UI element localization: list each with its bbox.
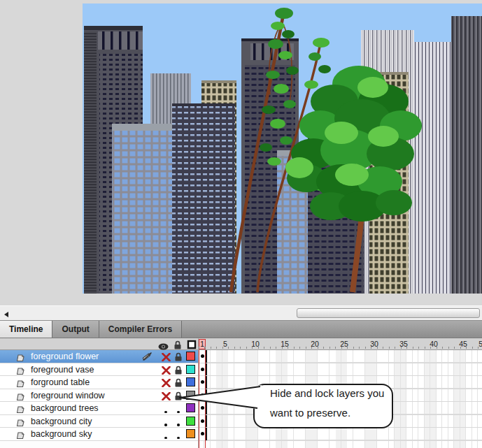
layer-name: forground table <box>31 377 90 387</box>
layer-row-foreground-window[interactable]: foreground window <box>0 389 482 403</box>
layer-row-foreground-flower[interactable]: foreground flower <box>0 350 482 363</box>
ruler-tick-marks <box>199 347 482 349</box>
layer-outline-swatch[interactable] <box>186 377 195 386</box>
layer-panel-empty-area <box>0 441 198 448</box>
layer-hidden-x-icon[interactable] <box>160 352 171 361</box>
tab-compiler-errors[interactable]: Compiler Errors <box>99 321 182 338</box>
layer-outline-swatch[interactable] <box>186 365 195 374</box>
layer-unlocked-dot[interactable] <box>173 429 184 439</box>
layer-lock-icon[interactable] <box>173 352 184 361</box>
layer-row-background-city[interactable]: background city <box>0 415 482 428</box>
layer-unlocked-dot[interactable] <box>173 403 184 413</box>
layer-hidden-x-icon[interactable] <box>160 391 171 400</box>
layer-visible-dot[interactable] <box>160 417 171 426</box>
layer-row-background-sky[interactable]: background sky <box>0 428 482 441</box>
horizontal-scrollbar[interactable] <box>0 305 482 321</box>
layer-lock-icon[interactable] <box>173 391 184 400</box>
panel-divider <box>198 350 199 448</box>
timeline-header: 1 5 10 15 20 25 30 35 40 45 50 <box>0 338 482 350</box>
layer-outline-swatch[interactable] <box>186 403 195 412</box>
layer-outline-swatch[interactable] <box>186 429 195 438</box>
layer-row-forground-table[interactable]: forground table <box>0 376 482 389</box>
scrollbar-thumb[interactable] <box>297 308 480 318</box>
timeline-layers-panel: foreground flower foreground vase <box>0 350 482 448</box>
scroll-left-arrow-icon[interactable] <box>4 312 8 317</box>
layer-name: foreground window <box>31 391 105 400</box>
layer-page-icon <box>15 430 25 442</box>
layer-visible-dot[interactable] <box>160 429 171 439</box>
stage-canvas[interactable] <box>83 3 482 294</box>
playhead-line[interactable] <box>199 350 206 448</box>
layer-name: foreground flower <box>31 352 99 361</box>
layer-hidden-x-icon[interactable] <box>160 365 171 375</box>
layer-hidden-x-icon[interactable] <box>160 377 171 387</box>
layer-lock-icon[interactable] <box>173 365 184 375</box>
tab-output[interactable]: Output <box>52 321 99 338</box>
layer-visible-dot[interactable] <box>160 403 171 413</box>
layer-outline-swatch[interactable] <box>186 352 195 361</box>
layer-name: background trees <box>31 403 99 413</box>
layer-unlocked-dot[interactable] <box>173 417 184 426</box>
layer-lock-icon[interactable] <box>173 377 184 387</box>
layer-row-foreground-vase[interactable]: foreground vase <box>0 363 482 377</box>
layer-name: background sky <box>31 429 92 439</box>
layer-outline-swatch[interactable] <box>186 417 195 426</box>
tab-timeline[interactable]: Timeline <box>0 321 52 338</box>
layer-outline-swatch[interactable] <box>186 391 195 400</box>
panel-divider <box>198 338 199 349</box>
panel-tab-bar: Timeline Output Compiler Errors <box>0 321 482 338</box>
no-edit-pencil-icon <box>141 352 153 364</box>
layer-name: foreground vase <box>31 365 94 375</box>
application-window: Timeline Output Compiler Errors 1 5 10 1… <box>0 0 482 448</box>
layer-row-background-trees[interactable]: background trees <box>0 402 482 415</box>
layer-name: background city <box>31 417 92 426</box>
